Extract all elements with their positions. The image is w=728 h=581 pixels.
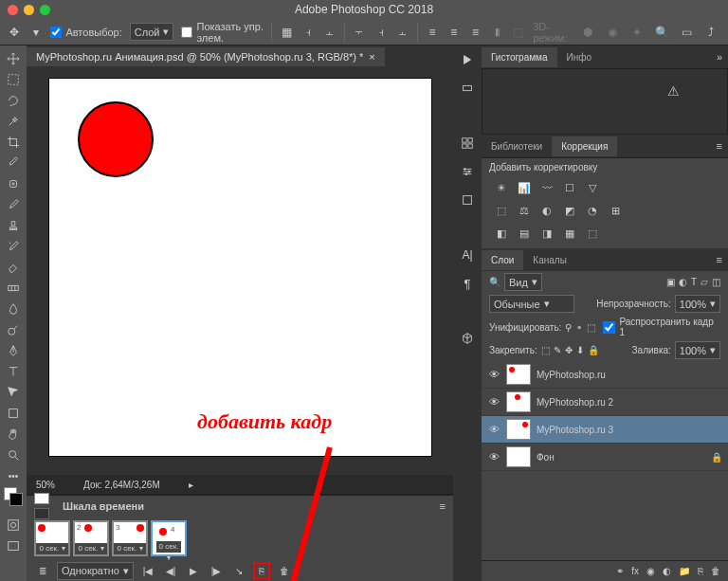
close-icon[interactable]: × xyxy=(369,51,374,63)
curves-icon[interactable]: 〰 xyxy=(538,180,555,195)
layer-name[interactable]: MyPhotoshop.ru 3 xyxy=(537,425,613,435)
align-icon[interactable]: ⫠ xyxy=(322,23,337,42)
layer-name[interactable]: MyPhotoshop.ru 2 xyxy=(537,397,613,408)
filter-pixel-icon[interactable]: ▣ xyxy=(666,277,675,287)
layer-row[interactable]: 👁MyPhotoshop.ru 3 xyxy=(482,416,728,444)
fg-bg-swatch[interactable] xyxy=(2,487,25,514)
hand-tool[interactable] xyxy=(2,425,25,444)
3d-icon[interactable]: ◉ xyxy=(603,23,622,42)
panel-menu-icon[interactable]: ≡ xyxy=(440,500,446,512)
mixer-icon[interactable]: ◔ xyxy=(584,203,601,218)
map-icon[interactable]: ▦ xyxy=(561,226,578,241)
filter-adj-icon[interactable]: ◐ xyxy=(679,277,687,287)
new-layer-icon[interactable]: ⎘ xyxy=(698,566,703,576)
visibility-icon[interactable]: 👁 xyxy=(487,424,500,435)
show-controls-checkbox[interactable]: Показать упр. элем. xyxy=(181,21,264,44)
timeline-frame[interactable]: 30 сек. ▾ xyxy=(112,520,148,556)
visibility-icon[interactable]: 👁 xyxy=(487,396,500,408)
vibrance-icon[interactable]: ▽ xyxy=(584,180,601,195)
balance-icon[interactable]: ⚖ xyxy=(516,203,533,218)
wand-tool[interactable] xyxy=(2,112,25,131)
brush-tool[interactable] xyxy=(2,195,25,214)
character-icon[interactable]: A| xyxy=(457,245,478,265)
tween-button[interactable]: ↘ xyxy=(230,562,247,579)
lock-icon[interactable]: ⬇ xyxy=(576,345,584,355)
layer-name[interactable]: MyPhotoshop.ru xyxy=(537,370,606,380)
loop-select[interactable]: Однократно▾ xyxy=(57,562,134,580)
history-brush-tool[interactable] xyxy=(2,237,25,256)
path-tool[interactable] xyxy=(2,383,25,402)
share-icon[interactable]: ⤴ xyxy=(701,23,720,42)
tab-histogram[interactable]: Гистограмма xyxy=(482,47,557,67)
delete-layer-icon[interactable]: 🗑 xyxy=(711,566,720,576)
blend-select[interactable]: Обычные▾ xyxy=(489,295,574,313)
timeline-menu-icon[interactable]: ≣ xyxy=(34,562,51,579)
mask-icon[interactable]: ◉ xyxy=(646,566,655,576)
zoom-tool[interactable] xyxy=(2,445,25,464)
3d-icon[interactable]: ⬢ xyxy=(578,23,597,42)
unify-icon[interactable]: ⬚ xyxy=(587,322,595,333)
layer-row[interactable]: 👁MyPhotoshop.ru xyxy=(482,361,728,389)
align-icon[interactable]: ⫞ xyxy=(374,23,389,42)
layer-row[interactable]: 👁MyPhotoshop.ru 2 xyxy=(482,389,728,416)
distribute-icon[interactable]: ≡ xyxy=(446,23,461,42)
minimize-window[interactable] xyxy=(24,5,34,15)
layer-select[interactable]: Слой▾ xyxy=(130,23,174,41)
timeline-frame[interactable]: 10 сек. ▾ xyxy=(34,520,70,556)
marquee-tool[interactable] xyxy=(2,70,25,89)
align-icon[interactable]: ⫠ xyxy=(395,23,410,42)
chevron-right-icon[interactable]: ▸ xyxy=(189,480,193,490)
adj-layer-icon[interactable]: ◐ xyxy=(663,566,671,576)
lookup-icon[interactable]: ⊞ xyxy=(607,203,624,218)
search-icon[interactable]: 🔍 xyxy=(652,23,671,42)
stamp-tool[interactable] xyxy=(2,216,25,235)
group-icon[interactable]: 📁 xyxy=(679,566,690,576)
timeline-thumb-icon[interactable] xyxy=(34,493,49,504)
red-circle-shape[interactable] xyxy=(78,101,154,177)
chevron-down-icon[interactable]: ▾ xyxy=(29,23,44,42)
first-frame-button[interactable]: |◀ xyxy=(139,562,156,579)
prev-frame-button[interactable]: ◀| xyxy=(162,562,179,579)
autoselect-checkbox[interactable]: Автовыбор: xyxy=(50,27,121,38)
doc-size[interactable]: Док: 2,64M/3,26M xyxy=(83,480,160,490)
selective-icon[interactable]: ⬚ xyxy=(584,226,601,241)
move-tool-icon[interactable]: ✥ xyxy=(8,23,22,42)
kind-select[interactable]: Вид▾ xyxy=(504,273,542,291)
move-tool[interactable] xyxy=(2,49,25,68)
distribute-icon[interactable]: ≡ xyxy=(468,23,482,42)
maximize-window[interactable] xyxy=(40,5,50,15)
align-icon[interactable]: ⫞ xyxy=(301,23,316,42)
pen-tool[interactable] xyxy=(2,341,25,360)
filter-type-icon[interactable]: T xyxy=(691,277,697,287)
propagate-checkbox[interactable] xyxy=(603,321,615,334)
adjustments-icon[interactable] xyxy=(457,161,478,182)
timeline-frame[interactable]: 40 сек. ▾ xyxy=(151,520,187,556)
healing-tool[interactable] xyxy=(2,174,25,193)
photo-filter-icon[interactable]: ◩ xyxy=(561,203,578,218)
styles-icon[interactable] xyxy=(457,190,478,210)
layer-row[interactable]: 👁Фон🔒 xyxy=(482,444,728,471)
panel-collapse-icon[interactable]: » xyxy=(711,51,728,63)
lock-icon[interactable]: ✥ xyxy=(565,345,573,355)
quickmask-icon[interactable] xyxy=(2,516,25,535)
tab-libraries[interactable]: Библиотеки xyxy=(482,136,552,156)
link-icon[interactable]: ⚭ xyxy=(616,566,624,576)
panel-menu-icon[interactable]: ≡ xyxy=(711,254,728,265)
close-window[interactable] xyxy=(8,5,18,15)
fx-icon[interactable]: fx xyxy=(631,566,639,576)
layer-name[interactable]: Фон xyxy=(537,452,555,463)
visibility-icon[interactable]: 👁 xyxy=(487,369,500,380)
gradient-tool[interactable] xyxy=(2,279,25,298)
exposure-icon[interactable]: ☐ xyxy=(561,180,578,195)
eraser-tool[interactable] xyxy=(2,258,25,277)
levels-icon[interactable]: 📊 xyxy=(516,180,533,195)
tab-adjustments[interactable]: Коррекция xyxy=(552,136,617,156)
panel-icon[interactable] xyxy=(457,78,478,99)
unify-icon[interactable]: ⚬ xyxy=(575,322,583,333)
crop-tool[interactable] xyxy=(2,133,25,152)
bw-icon[interactable]: ◐ xyxy=(538,203,555,218)
filter-smart-icon[interactable]: ◫ xyxy=(712,277,720,287)
zoom-level[interactable]: 50% xyxy=(36,480,55,490)
align-icon[interactable]: ⫟ xyxy=(353,23,367,42)
workspace-icon[interactable]: ▭ xyxy=(677,23,696,42)
